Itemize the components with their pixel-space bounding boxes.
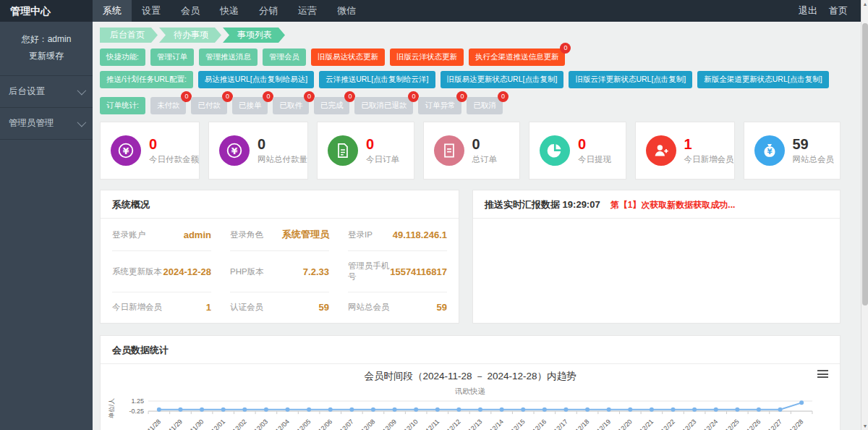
svg-text:12/18: 12/18 [574,418,590,430]
svg-text:11/28: 11/28 [146,418,163,430]
stat-card: ¥59网站总会员 [744,122,841,180]
invoice-icon [434,135,464,166]
refresh-cache-link[interactable]: 更新缓存 [0,50,93,62]
svg-text:12/22: 12/22 [660,418,676,430]
overview-cell: PHP版本7.2.33 [230,251,329,292]
svg-text:12/25: 12/25 [724,418,741,430]
topbar-link[interactable]: 首页 [829,4,848,17]
svg-text:12/27: 12/27 [767,418,783,430]
stat-card-body: 59网站总会员 [793,136,835,165]
push-report-header: 推送实时汇报数据 19:29:07 第【1】次获取新数据获取成功... [473,190,840,219]
page-scroll-up-icon[interactable]: ▲ [861,1,868,7]
nav-item[interactable]: 快递 [210,0,249,22]
stat-card: 0今日提现 [529,122,626,180]
overview-label: 登录账户 [112,229,145,240]
svg-text:12/02: 12/02 [231,418,248,430]
toolbar-button[interactable]: 旧版易达更新状态URL[点击复制] [441,71,564,88]
svg-text:12/10: 12/10 [403,418,420,430]
page-scrollbar-thumb[interactable] [862,23,868,305]
toolbar-button[interactable]: 易达推送URL[点击复制给易达] [198,71,314,88]
chart-menu-icon[interactable] [817,370,828,380]
breadcrumb-item[interactable]: 后台首页 [100,28,158,43]
overview-label: 系统更新版本 [112,266,162,277]
breadcrumb-item[interactable]: 事项列表 [223,28,285,43]
nav-item[interactable]: 会员 [171,0,210,22]
count-badge: 0 [344,91,355,102]
svg-text:-0.25: -0.25 [129,408,145,415]
svg-text:单位/人: 单位/人 [108,398,115,418]
toolbar-button[interactable]: 云洋推送URL[点击复制给云洋] [319,71,435,88]
svg-text:¥: ¥ [231,146,238,156]
toolbar-button[interactable]: 已取消已退款0 [354,97,413,114]
stat-card: 0总订单 [423,122,521,180]
topbar-right-links: 退出首页 [787,0,861,22]
svg-text:12/16: 12/16 [531,418,548,430]
sidebar-menu-item[interactable]: 管理员管理 [0,108,93,140]
toolbar-button[interactable]: 已取消0 [467,97,503,114]
overview-cell: 登录IP49.118.246.1 [348,219,447,251]
toolbar-button[interactable]: 旧版云洋状态更新 [390,49,464,66]
overview-label: 登录角色 [230,229,263,240]
toolbar-button[interactable]: 旧版云洋更新状态URL[点击复制] [569,71,692,88]
toolbar-button[interactable]: 已完成0 [314,97,350,114]
count-badge: 0 [408,91,419,102]
stat-value: 0 [366,136,399,152]
svg-text:12/28: 12/28 [788,418,805,430]
toolbar-button[interactable]: 执行全渠道推送信息更新0 [469,49,566,66]
toolbar-button[interactable]: 新版全渠道更新状态URL[点击复制] [697,71,828,88]
toolbar-button[interactable]: 已接单0 [232,97,268,114]
nav-item[interactable]: 系统 [93,0,132,22]
toolbar-button[interactable]: 已取件0 [273,97,309,114]
page-scrollbar[interactable]: ▲ ▼ [861,0,868,430]
nav-item[interactable]: 分销 [249,0,288,22]
stat-card: ¥0今日付款金额 [100,122,200,180]
overview-value: admin [184,229,211,240]
svg-text:12/17: 12/17 [553,418,569,430]
sidebar: 您好：admin 更新缓存 后台设置管理员管理 [0,22,93,430]
toolbar-button[interactable]: 已付款0 [191,97,227,114]
svg-text:11/30: 11/30 [189,418,205,430]
nav-item[interactable]: 设置 [132,0,171,22]
count-badge: 0 [222,91,233,102]
order-stats-label: 订单统计: [100,97,145,114]
trend-line-chart: 1.25-0.25单位/人11/2811/2911/3012/0112/0212… [106,397,834,430]
topbar-link[interactable]: 退出 [799,4,817,17]
breadcrumb-item[interactable]: 待办事项 [159,28,221,43]
middle-panels: 系统概况 登录账户admin登录角色系统管理员登录IP49.118.246.1系… [100,190,841,324]
count-badge: 0 [304,91,315,102]
svg-text:12/14: 12/14 [488,418,505,430]
yen-icon: ¥ [111,135,141,166]
svg-text:12/01: 12/01 [210,418,226,430]
stat-value: 0 [578,136,611,152]
stat-card-body: 0总订单 [472,136,498,165]
overview-label: 认证会员 [230,302,263,313]
sidebar-menu-item[interactable]: 后台设置 [0,76,93,108]
quick-actions-label: 快捷功能: [100,49,145,66]
app-title: 管理中心 [0,0,93,22]
toolbar-button[interactable]: 旧版易达状态更新 [311,49,385,66]
stat-label: 今日新增会员 [684,154,734,165]
overview-label: 今日新增会员 [112,302,162,313]
nav-item[interactable]: 微信 [327,0,366,22]
push-report-panel: 推送实时汇报数据 19:29:07 第【1】次获取新数据获取成功... [472,190,841,324]
nav-item[interactable]: 运营 [288,0,327,22]
stat-card-body: 0今日订单 [366,136,399,165]
stat-card: 1今日新增会员 [635,122,735,180]
toolbar-button[interactable]: 管理会员 [263,49,306,66]
svg-text:12/23: 12/23 [681,418,698,430]
svg-text:12/20: 12/20 [617,418,634,430]
chart-title: 会员时间段（2024-11-28 － 2024-12-28）内趋势 [106,370,834,383]
system-overview-panel: 系统概况 登录账户admin登录角色系统管理员登录IP49.118.246.1系… [100,190,459,324]
toolbar-button[interactable]: 订单异常0 [418,97,461,114]
page-scroll-down-icon[interactable]: ▼ [861,423,868,429]
stat-label: 今日提现 [578,154,611,165]
overview-value: 系统管理员 [282,228,329,241]
overview-value: 59 [437,302,447,313]
toolbar-button[interactable]: 未付款0 [150,97,187,114]
stat-value: 1 [684,136,734,152]
svg-text:12/19: 12/19 [595,418,612,430]
toolbar-button[interactable]: 管理订单 [150,49,194,66]
quick-actions-row: 快捷功能:管理订单管理推送消息管理会员旧版易达状态更新旧版云洋状态更新执行全渠道… [100,49,841,66]
toolbar-button[interactable]: 管理推送消息 [199,49,258,66]
topbar: 管理中心 系统设置会员快递分销运营微信 退出首页 [0,0,861,22]
